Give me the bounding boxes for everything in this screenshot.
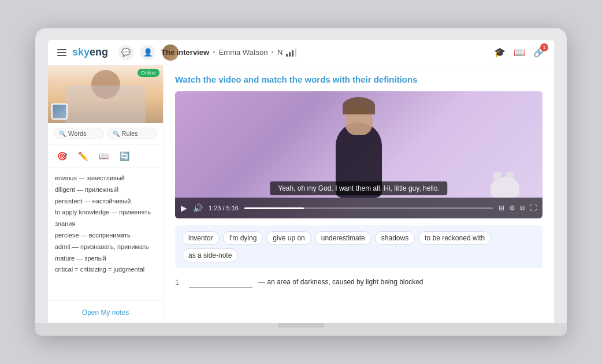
words-label: Words [68,130,87,137]
search-icon: 🔍 [59,131,66,137]
chip-inventor[interactable]: inventor [182,231,220,245]
word-item-1: envious — завистливый [55,173,156,184]
chip-shadows[interactable]: shadows [375,231,415,245]
screen: skyeng 💬 👤 The interview • Emma Watson •… [48,40,554,323]
word-item-5: percieve — воспринимать [55,230,156,242]
pip-icon[interactable]: ⧉ [520,204,525,212]
sidebar-tabs: 🎯 ✏️ 📖 🔄 [48,144,163,168]
online-badge: Online [138,69,159,77]
video-thumbnail: Online [48,65,163,123]
chat-icon[interactable]: 💬 [118,45,133,60]
sidebar-footer: Open My notes [48,300,163,323]
match-number-1: 1 [175,278,183,287]
fullscreen-icon[interactable]: ⛶ [530,204,537,212]
open-notes-link[interactable]: Open My notes [82,309,129,317]
subtitles-icon[interactable]: ⊞ [499,204,504,212]
word-item-4: to apply knowledge — применять знания [55,207,156,230]
video-controls: ▶ 🔊 1:23 / 5:16 ⊞ ⚙ ⧉ ⛶ [175,198,542,218]
nav-sep: • [213,48,215,57]
match-blank-1[interactable] [189,276,252,288]
profile-icon[interactable]: 👤 [140,45,155,60]
main-content: Online 🔍 Words 🔍 Rules 🎯 [48,65,554,323]
small-avatar [51,103,68,120]
settings-icon[interactable]: ⚙ [509,204,515,212]
sidebar: Online 🔍 Words 🔍 Rules 🎯 [48,65,163,323]
tab-target-icon[interactable]: 🎯 [54,148,70,164]
notification-badge: 1 [540,43,548,51]
signal-icon [286,49,296,57]
chip-as-a-side-note[interactable]: as a side-note [182,248,238,262]
progress-bar[interactable] [244,207,493,209]
word-item-3: persistent — настойчивый [55,196,156,207]
tab-refresh-icon[interactable]: 🔄 [116,148,132,164]
book-icon[interactable]: 📖 [514,47,525,58]
chip-underestimate[interactable]: underestimate [315,231,371,245]
rules-label: Rules [122,130,138,137]
chip-to-be-reckoned[interactable]: to be reckoned with [418,231,491,245]
match-row-1: 1 — an area of darkness, caused by light… [175,276,542,288]
chip-im-dying[interactable]: I'm dying [223,231,263,245]
lesson-level: N [277,48,283,57]
time-display: 1:23 / 5:16 [209,205,239,211]
subtitle-bar: Yeah, oh my God. I want them all. Hi, li… [270,181,447,195]
brand-logo[interactable]: skyeng [72,46,108,58]
volume-button[interactable]: 🔊 [193,203,203,213]
laptop-base [35,323,567,336]
brand-eng: eng [90,46,108,58]
word-item-6: admit — признавать, принимать [55,242,156,253]
sidebar-search-bar: 🔍 Words 🔍 Rules [48,123,163,144]
progress-fill [244,207,304,209]
nav-center: The interview • Emma Watson • N [161,48,494,57]
graduation-icon[interactable]: 🎓 [494,47,506,58]
right-panel: Watch the video and match the words with… [163,65,554,323]
word-item-2: diligent — прилежный [55,184,156,196]
tab-book-icon[interactable]: 📖 [95,148,112,164]
nav-sep2: • [271,48,274,57]
word-item-7: mature — зрелый [55,253,156,265]
video-player[interactable]: Yeah, oh my God. I want them all. Hi, li… [175,91,542,218]
rules-search[interactable]: 🔍 Rules [107,128,158,139]
link-icon[interactable]: 🔗 1 [533,47,545,58]
brand-sky: sky [72,46,90,58]
nav-right: 🎓 📖 🔗 1 [494,47,545,58]
hamburger-icon[interactable] [57,49,66,56]
exercise-title: Watch the video and match the words with… [175,75,542,84]
laptop-frame: skyeng 💬 👤 The interview • Emma Watson •… [35,28,567,336]
tab-pencil-icon[interactable]: ✏️ [75,148,91,164]
lesson-author: Emma Watson [219,48,268,57]
lesson-title: The interview [161,48,209,57]
match-definition-1: — an area of darkness, caused by light b… [258,277,423,287]
word-item-8: critical = critisizing = judgmental [55,264,156,276]
ctrl-icons-right: ⊞ ⚙ ⧉ ⛶ [499,204,537,212]
word-list: envious — завистливый diligent — прилежн… [48,168,163,300]
chips-container: inventor I'm dying give up on underestim… [175,225,542,268]
search-rules-icon: 🔍 [113,131,120,137]
play-button[interactable]: ▶ [181,203,187,213]
chip-give-up-on[interactable]: give up on [266,231,311,245]
words-search[interactable]: 🔍 Words [54,128,104,139]
nav-left: skyeng 💬 👤 [57,44,161,61]
top-nav: skyeng 💬 👤 The interview • Emma Watson •… [48,40,554,65]
